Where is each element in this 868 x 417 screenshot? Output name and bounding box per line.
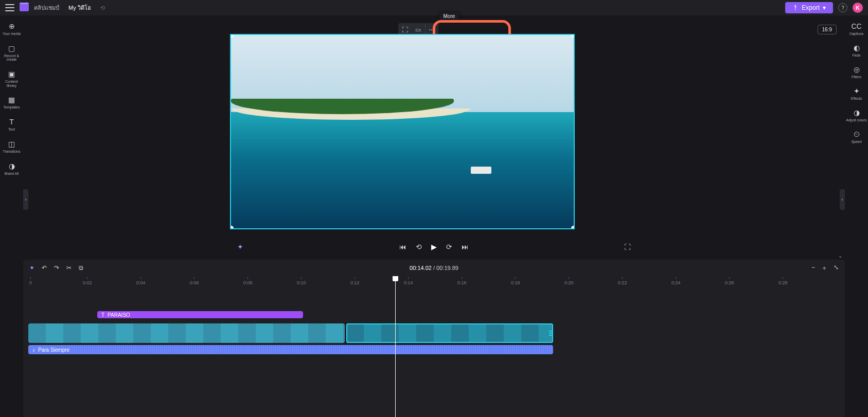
ruler-tick: 0:04 <box>136 277 146 285</box>
sidebar-fade[interactable]: ◐Fade <box>846 41 867 60</box>
player-controls: ✦ ⏮ ⟲ ▶ ⟳ ⏭ ⛶ <box>23 239 845 255</box>
timeline-toolbar: ✦ ↶ ↷ ✂ ⧉ 00:14.02 / 00:19.89 − ＋ ⤡ <box>23 260 845 276</box>
ruler-tick: 0:16 <box>457 277 467 285</box>
sidebar-adjust-colors[interactable]: ◑Adjust colors <box>846 106 867 124</box>
contrast-icon: ◑ <box>854 108 860 117</box>
filters-icon: ◎ <box>854 65 860 74</box>
video-preview[interactable]: ⟳ <box>230 34 575 229</box>
sidebar-captions[interactable]: CCCaptions <box>846 20 867 38</box>
aspect-ratio-button[interactable]: 16:9 <box>818 25 837 34</box>
library-icon: ▣ <box>8 70 15 78</box>
app-name: คลิปแชมป์ <box>34 3 59 12</box>
ruler-tick: 0:20 <box>564 277 574 285</box>
left-sidebar: ⊕Your media ▢Record & create ▣Content li… <box>0 15 23 257</box>
time-display: 00:14.02 / 00:19.89 <box>410 265 458 271</box>
cloud-sync-icon[interactable]: ⟲ <box>100 5 105 11</box>
ai-enhance-button[interactable]: ✦ <box>237 243 243 251</box>
palette-icon: ◑ <box>9 162 15 170</box>
app-logo-icon <box>20 4 29 11</box>
export-label: Export <box>802 4 820 11</box>
sidebar-transitions[interactable]: ◫Transitions <box>1 137 23 156</box>
collapse-preview-icon[interactable]: ⌄ <box>838 253 842 259</box>
camera-icon: ▢ <box>8 44 15 52</box>
step-back-button[interactable]: ⟲ <box>416 243 422 251</box>
ruler-tick: 0:18 <box>511 277 520 285</box>
timeline-ruler[interactable]: 0 0:02 0:04 0:06 0:08 0:10 0:12 0:14 0:1… <box>23 276 845 287</box>
project-name[interactable]: My วิดีโอ <box>68 3 91 12</box>
ruler-tick: 0:10 <box>297 277 306 285</box>
redo-button[interactable]: ↷ <box>54 264 59 271</box>
ruler-tick: 0:24 <box>671 277 681 285</box>
effects-icon: ✦ <box>854 87 860 95</box>
sidebar-filters[interactable]: ◎Filters <box>846 63 867 81</box>
split-button[interactable]: ✂ <box>66 264 72 271</box>
fade-icon: ◐ <box>854 44 860 52</box>
ruler-tick: 0:12 <box>350 277 360 285</box>
play-button[interactable]: ▶ <box>431 243 437 251</box>
resize-handle-ne[interactable] <box>571 34 575 38</box>
sidebar-brand-kit[interactable]: ◑Brand kit <box>1 159 23 178</box>
more-tooltip: More <box>439 12 459 20</box>
tracks-container: T PARAISO ♪ Para Siempre <box>23 294 845 417</box>
sidebar-your-media[interactable]: ⊕Your media <box>1 20 23 39</box>
user-avatar[interactable]: K <box>853 3 863 13</box>
ruler-tick: 0:28 <box>778 277 788 285</box>
ruler-tick: 0:08 <box>243 277 253 285</box>
chevron-down-icon: ▾ <box>823 4 826 11</box>
export-button[interactable]: ⭱ Export ▾ <box>785 2 833 13</box>
fullscreen-button[interactable]: ⛶ <box>624 243 631 251</box>
top-bar: คลิปแชมป์ My วิดีโอ ⟲ ⭱ Export ▾ ? K <box>0 0 868 15</box>
resize-handle-sw[interactable] <box>230 226 234 229</box>
text-track[interactable]: T PARAISO <box>28 311 840 321</box>
menu-button[interactable] <box>5 4 14 11</box>
sidebar-templates[interactable]: ▦Templates <box>1 93 23 112</box>
grid-icon: ▦ <box>8 96 15 104</box>
video-clip-2-selected[interactable] <box>346 323 553 343</box>
sidebar-content-library[interactable]: ▣Content library <box>1 67 23 90</box>
ruler-tick: 0:26 <box>725 277 734 285</box>
sidebar-effects[interactable]: ✦Effects <box>846 84 867 103</box>
folder-plus-icon: ⊕ <box>9 22 15 30</box>
clip-trim-handle[interactable] <box>549 323 552 343</box>
text-icon: T <box>101 312 104 318</box>
text-clip[interactable]: T PARAISO <box>97 311 303 318</box>
video-track[interactable] <box>28 323 840 343</box>
timeline[interactable]: 0 0:02 0:04 0:06 0:08 0:10 0:12 0:14 0:1… <box>23 276 845 417</box>
help-button[interactable]: ? <box>838 3 847 12</box>
text-icon: T <box>9 118 14 126</box>
upload-icon: ⭱ <box>792 4 799 11</box>
undo-button[interactable]: ↶ <box>42 264 47 271</box>
skip-start-button[interactable]: ⏮ <box>399 243 406 251</box>
speed-icon: ⏲ <box>853 130 860 138</box>
duplicate-button[interactable]: ⧉ <box>79 264 83 271</box>
captions-icon: CC <box>851 22 861 30</box>
ruler-tick: 0:06 <box>190 277 199 285</box>
sidebar-speed[interactable]: ⏲Speed <box>846 128 867 146</box>
audio-track[interactable]: ♪ Para Siempre <box>28 345 840 354</box>
zoom-fit-button[interactable]: ⤡ <box>834 264 839 273</box>
ruler-tick: 0 <box>29 277 32 285</box>
video-clip-1[interactable] <box>28 323 345 343</box>
skip-end-button[interactable]: ⏭ <box>462 243 469 251</box>
right-sidebar: CCCaptions ◐Fade ◎Filters ✦Effects ◑Adju… <box>845 15 868 257</box>
zoom-in-button[interactable]: ＋ <box>821 264 827 273</box>
ruler-tick: 0:02 <box>83 277 92 285</box>
playhead[interactable] <box>395 276 396 417</box>
ruler-tick: 0:22 <box>618 277 627 285</box>
audio-clip[interactable]: ♪ Para Siempre <box>28 345 553 354</box>
sidebar-record-create[interactable]: ▢Record & create <box>1 42 23 64</box>
zoom-out-button[interactable]: − <box>811 264 815 273</box>
ruler-tick: 0:14 <box>404 277 413 285</box>
resize-handle-se[interactable] <box>571 226 575 229</box>
sidebar-text[interactable]: TText <box>1 115 23 134</box>
transitions-icon: ◫ <box>8 140 15 148</box>
canvas-area: 16:9 ⛶ ▭ ⋯ More G)ชุด"eby90• ▞ พลิก › ▣ … <box>23 15 845 258</box>
ai-timeline-button[interactable]: ✦ <box>29 264 34 271</box>
step-forward-button[interactable]: ⟳ <box>446 243 452 251</box>
